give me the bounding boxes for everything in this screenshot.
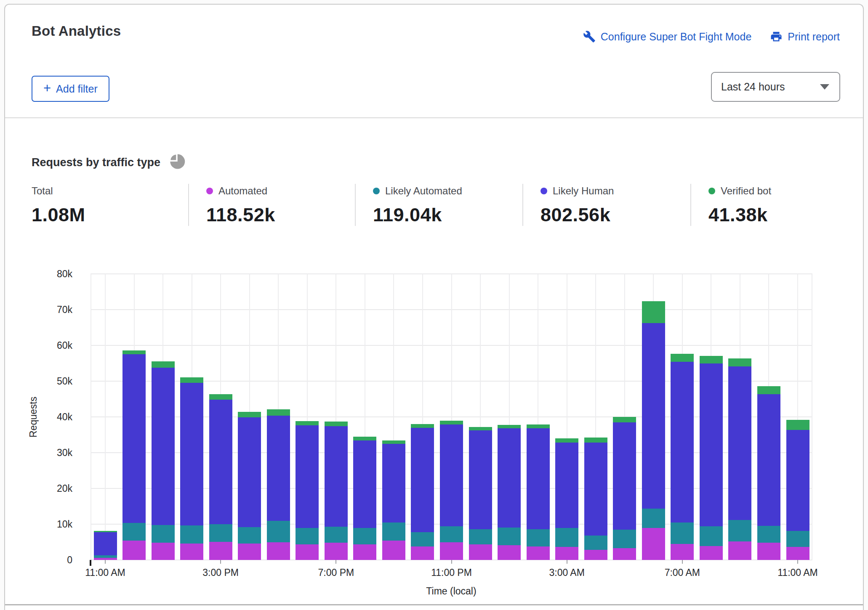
legend-dot — [541, 188, 547, 194]
bar-segment-verified-bot — [584, 438, 607, 443]
x-tick-label: 11:00 AM — [777, 567, 817, 578]
bar-segment-automated — [267, 542, 290, 560]
bar-segment-likely-automated — [209, 524, 232, 542]
bar-segment-likely-human — [209, 400, 232, 524]
x-tick-mark — [797, 560, 798, 564]
section-title-row: Requests by traffic type — [32, 153, 186, 172]
stat-label: Automated — [218, 185, 267, 197]
bar-segment-automated — [613, 548, 636, 560]
bar-segment-automated — [353, 544, 376, 560]
plot-area — [91, 274, 812, 560]
bar-segment-automated — [209, 542, 232, 560]
bar-segment-likely-human — [180, 383, 203, 525]
bar-segment-verified-bot — [671, 354, 694, 362]
bar-segment-verified-bot — [382, 440, 405, 444]
bar-segment-likely-automated — [613, 530, 636, 548]
gridline-v — [812, 274, 812, 560]
y-tick-label: 50k — [22, 375, 72, 387]
time-range-select[interactable]: Last 24 hours — [711, 72, 840, 102]
bar-segment-verified-bot — [555, 438, 578, 443]
bar-segment-verified-bot — [267, 409, 290, 416]
bar-segment-likely-automated — [728, 520, 751, 541]
bar-segment-likely-automated — [152, 525, 175, 543]
print-link-label: Print report — [788, 31, 840, 43]
bar-segment-likely-automated — [411, 532, 434, 546]
x-tick-mark — [335, 560, 336, 564]
bar-segment-likely-human — [498, 428, 521, 527]
bar-segment-likely-automated — [555, 528, 578, 546]
bar-segment-likely-automated — [325, 527, 348, 543]
bar-segment-verified-bot — [757, 386, 780, 395]
print-report-link[interactable]: Print report — [770, 30, 840, 43]
section-bottom-divider — [5, 604, 863, 605]
stat-label: Verified bot — [721, 185, 771, 197]
x-tick-mark — [220, 560, 221, 564]
bar-segment-likely-human — [94, 532, 117, 555]
bar-segment-likely-human — [642, 323, 665, 509]
bar-segment-likely-automated — [238, 527, 261, 544]
bar-segment-likely-automated — [296, 528, 319, 544]
bar-segment-likely-automated — [527, 529, 550, 546]
bar-segment-automated — [728, 541, 751, 560]
bar-segment-likely-automated — [440, 526, 463, 542]
bar-segment-likely-automated — [757, 526, 780, 543]
bar-segment-verified-bot — [296, 421, 319, 425]
bar-segment-verified-bot — [180, 377, 203, 383]
chevron-down-icon — [820, 84, 829, 90]
y-tick-label: 60k — [22, 339, 72, 352]
x-axis-title: Time (local) — [426, 586, 476, 597]
bar-segment-automated — [671, 544, 694, 560]
bar-segment-automated — [555, 547, 578, 560]
bar-segment-likely-automated — [786, 531, 809, 546]
pie-chart-icon — [168, 153, 186, 172]
bar-segment-automated — [440, 542, 463, 560]
legend-dot — [373, 188, 380, 194]
stat-verified-bot: Verified bot41.38k — [690, 184, 842, 226]
printer-icon — [770, 30, 783, 43]
bar-segment-likely-human — [122, 354, 146, 522]
bar-segment-verified-bot — [469, 427, 492, 431]
header-actions: Configure Super Bot Fight Mode Print rep… — [583, 30, 840, 43]
y-tick-label: 0 — [22, 554, 72, 566]
bar-segment-automated — [757, 543, 780, 560]
bar-segment-automated — [700, 546, 723, 560]
bar-segment-verified-bot — [498, 425, 521, 429]
y-tick-label: 30k — [22, 446, 72, 459]
bar-segment-verified-bot — [527, 424, 550, 428]
bar-segment-automated — [180, 544, 203, 560]
bar-segment-likely-human — [382, 444, 405, 522]
configure-link-label: Configure Super Bot Fight Mode — [601, 31, 752, 43]
stat-label: Likely Automated — [385, 185, 462, 197]
legend-dot — [206, 188, 213, 194]
y-tick-label: 40k — [22, 411, 72, 423]
bar-segment-automated — [584, 550, 607, 560]
bar-segment-likely-automated — [469, 529, 492, 545]
y-tick-label: 80k — [22, 268, 72, 280]
bar-segment-verified-bot — [728, 358, 751, 366]
bar-segment-verified-bot — [411, 424, 434, 428]
stats-row: Total1.08MAutomated118.52kLikely Automat… — [32, 184, 842, 226]
bar-segment-likely-automated — [353, 528, 376, 544]
bar-segment-verified-bot — [353, 437, 376, 440]
axis-origin-tick — [90, 560, 91, 566]
bar-segment-automated — [238, 544, 261, 560]
bar-segment-automated — [152, 543, 175, 560]
x-tick-mark — [451, 560, 452, 564]
bar-segment-verified-bot — [700, 356, 723, 364]
bar-segment-likely-automated — [671, 522, 694, 544]
bar-segment-automated — [527, 546, 550, 560]
configure-super-bot-fight-mode-link[interactable]: Configure Super Bot Fight Mode — [583, 30, 752, 43]
bar-segment-likely-human — [238, 417, 261, 527]
bar-segment-likely-human — [527, 428, 550, 529]
plus-icon: + — [43, 82, 51, 95]
bar-segment-automated — [122, 541, 146, 560]
bar-segment-likely-human — [411, 428, 434, 532]
bar-segment-verified-bot — [122, 350, 146, 354]
bar-segment-automated — [325, 543, 348, 560]
x-tick-mark — [567, 560, 567, 564]
wrench-icon — [583, 30, 596, 43]
bar-segment-verified-bot — [642, 301, 665, 323]
page-title: Bot Analytics — [32, 23, 121, 39]
bot-analytics-page: Bot Analytics Configure Super Bot Fight … — [0, 0, 868, 610]
add-filter-button[interactable]: + Add filter — [32, 76, 109, 102]
